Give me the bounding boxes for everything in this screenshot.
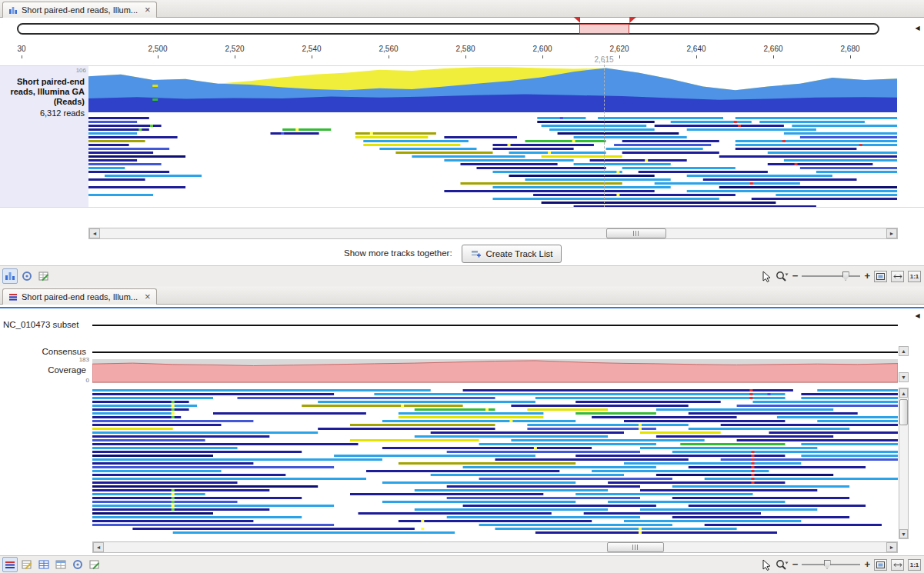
read-segment[interactable] [509, 152, 606, 154]
read-segment[interactable] [88, 117, 149, 119]
read-segment[interactable] [88, 171, 169, 173]
read-segment[interactable] [768, 152, 897, 154]
read-segment[interactable] [88, 155, 185, 158]
read-segment[interactable] [672, 497, 849, 499]
read-segment[interactable] [88, 167, 125, 169]
read-segment[interactable] [542, 202, 776, 204]
read-segment[interactable] [399, 520, 592, 522]
read-segment[interactable] [92, 478, 366, 480]
read-segment[interactable] [656, 408, 833, 411]
read-segment[interactable] [784, 132, 897, 135]
read-segment[interactable] [687, 175, 832, 177]
pointer-tool-icon[interactable] [762, 559, 772, 571]
read-segment[interactable] [363, 140, 469, 142]
zoom-selection-button[interactable] [891, 559, 904, 571]
overview-navigator[interactable] [17, 23, 879, 35]
read-segment[interactable] [302, 405, 462, 407]
read-segment[interactable] [92, 516, 302, 518]
zoom-100-button[interactable]: 1:1 [908, 559, 921, 571]
read-segment[interactable] [415, 408, 495, 411]
edit-table-button[interactable] [87, 557, 102, 572]
read-segment[interactable] [672, 451, 898, 453]
read-segment[interactable] [382, 501, 575, 503]
zoom-selection-button[interactable] [891, 271, 904, 282]
read-segment[interactable] [542, 155, 622, 158]
top-tab-close-icon[interactable]: × [145, 6, 151, 14]
read-segment[interactable] [622, 152, 719, 154]
read-segment[interactable] [374, 393, 785, 395]
read-segment[interactable] [92, 493, 205, 495]
read-segment[interactable] [719, 155, 897, 158]
read-segment[interactable] [366, 470, 559, 472]
read-segment[interactable] [173, 531, 455, 534]
read-segment[interactable] [382, 481, 575, 484]
read-segment[interactable] [784, 159, 897, 162]
read-segment[interactable] [592, 416, 737, 418]
read-segment[interactable] [509, 175, 655, 177]
read-segment[interactable] [88, 144, 129, 146]
read-segment[interactable] [92, 447, 238, 449]
read-segment[interactable] [88, 148, 169, 150]
vertical-scrollbar[interactable]: ▲ ▼ [899, 388, 909, 539]
read-segment[interactable] [350, 493, 543, 495]
read-segment[interactable] [737, 439, 898, 441]
scroll-up-icon[interactable]: ▲ [899, 388, 908, 398]
read-segment[interactable] [461, 163, 558, 165]
collapse-panel-icon[interactable]: ◀ [912, 23, 922, 32]
read-segment[interactable] [92, 505, 334, 507]
track-view-mode-button[interactable] [2, 268, 18, 284]
read-segment[interactable] [680, 443, 785, 445]
read-segment[interactable] [656, 474, 833, 476]
read-segment[interactable] [463, 389, 793, 391]
read-segment[interactable] [334, 455, 535, 457]
read-segment[interactable] [92, 397, 213, 399]
read-segment[interactable] [640, 508, 817, 511]
read-segment[interactable] [213, 412, 366, 415]
read-segment[interactable] [92, 420, 253, 422]
alignment-view-button[interactable] [2, 557, 18, 572]
read-segment[interactable] [759, 121, 865, 123]
read-segment[interactable] [415, 435, 608, 438]
read-segment[interactable] [689, 466, 866, 468]
read-segment[interactable] [687, 190, 897, 192]
zoom-slider-thumb[interactable] [824, 560, 831, 569]
read-segment[interactable] [88, 132, 137, 135]
read-segment[interactable] [92, 443, 359, 445]
read-segment[interactable] [479, 443, 656, 445]
read-segment[interactable] [624, 420, 785, 422]
read-segment[interactable] [447, 451, 640, 453]
read-segment[interactable] [608, 501, 785, 503]
read-segment[interactable] [88, 136, 178, 138]
read-segment[interactable] [777, 416, 898, 418]
read-segment[interactable] [737, 405, 898, 407]
read-segment[interactable] [92, 401, 189, 403]
read-segment[interactable] [359, 512, 552, 515]
scroll-up-icon[interactable]: ▲ [899, 346, 909, 356]
vertical-scrollbar-thumb[interactable] [899, 399, 908, 425]
read-segment[interactable] [92, 393, 334, 395]
read-segment[interactable] [92, 389, 431, 391]
read-segment[interactable] [395, 152, 492, 154]
read-segment[interactable] [542, 125, 647, 127]
read-segment[interactable] [719, 186, 897, 188]
scrollbar-thumb[interactable] [607, 542, 664, 552]
read-segment[interactable] [655, 125, 784, 127]
read-segment[interactable] [92, 455, 213, 457]
read-segment[interactable] [447, 516, 640, 518]
read-segment[interactable] [527, 428, 656, 430]
read-segment[interactable] [672, 516, 849, 518]
read-segment[interactable] [105, 175, 202, 177]
fit-width-button[interactable] [874, 271, 887, 282]
read-segment[interactable] [592, 470, 769, 472]
read-segment[interactable] [511, 405, 688, 407]
read-segment[interactable] [92, 416, 181, 418]
pointer-tool-icon[interactable] [762, 271, 772, 282]
read-segment[interactable] [92, 435, 269, 438]
read-segment[interactable] [431, 431, 624, 434]
read-segment[interactable] [525, 140, 606, 142]
read-segment[interactable] [382, 420, 575, 422]
read-segment[interactable] [92, 481, 238, 484]
read-segment[interactable] [88, 159, 137, 162]
read-segment[interactable] [463, 505, 656, 507]
read-segment[interactable] [640, 431, 721, 434]
